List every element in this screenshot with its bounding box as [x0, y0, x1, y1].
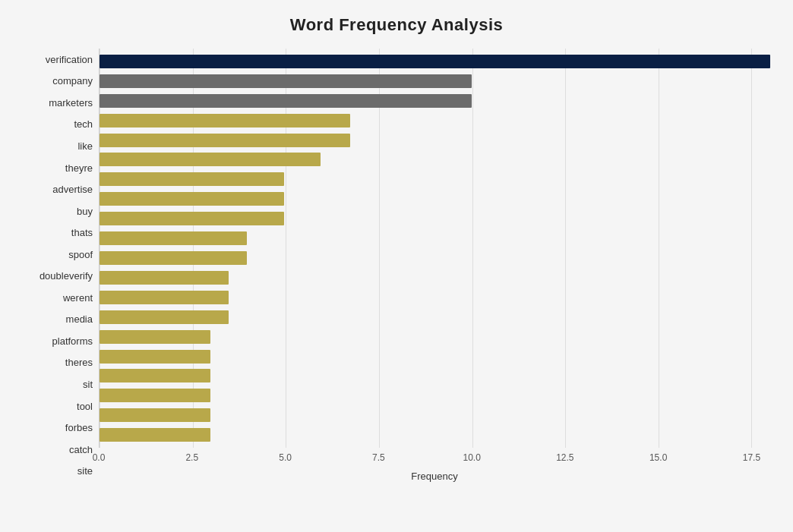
y-axis-label: buy [77, 206, 93, 216]
bar [100, 251, 247, 265]
y-axis-label: like [77, 141, 93, 151]
y-axis-label: spoof [68, 250, 93, 260]
bars-area [99, 49, 770, 448]
bar-row [100, 111, 770, 131]
y-axis-label: advertise [52, 184, 93, 194]
y-axis-label: werent [63, 293, 93, 303]
bar [100, 153, 321, 166]
bar-row [100, 425, 770, 445]
bar [100, 408, 210, 422]
bar [100, 271, 229, 285]
bar-row [100, 150, 770, 170]
bar-row [100, 131, 770, 150]
y-axis-label: sit [83, 379, 93, 389]
bar [100, 369, 210, 382]
y-axis-label: doubleverify [39, 271, 93, 281]
chart-area: verificationcompanymarketerstechlikethey… [23, 49, 770, 482]
bar-row [100, 91, 770, 111]
bar [100, 350, 210, 364]
bars-and-axes: 0.02.55.07.510.012.515.017.5 Frequency [99, 49, 770, 482]
bar [100, 330, 210, 344]
bar [100, 192, 284, 206]
bar [100, 212, 284, 225]
y-axis-label: verification [46, 55, 93, 65]
x-tick-label: 5.0 [279, 452, 292, 463]
y-axis-label: theres [65, 357, 93, 367]
bar [100, 55, 770, 68]
bar [100, 114, 350, 127]
bar [100, 428, 210, 442]
bar-row [100, 228, 770, 248]
y-axis-label: media [66, 314, 93, 324]
bar-row [100, 71, 770, 91]
chart-container: Word Frequency Analysis verificationcomp… [0, 0, 793, 532]
y-axis-label: tech [74, 119, 93, 129]
bar [100, 389, 210, 402]
bar-row [100, 209, 770, 228]
bar-row [100, 347, 770, 367]
y-axis-label: platforms [52, 336, 93, 346]
bar-row [100, 405, 770, 425]
bar-row [100, 367, 770, 386]
bar-row [100, 288, 770, 307]
x-tick-label: 10.0 [463, 452, 480, 463]
y-axis-label: catch [69, 445, 93, 455]
y-axis-label: tool [77, 401, 93, 411]
y-axis-label: site [77, 466, 93, 476]
bar-row [100, 327, 770, 347]
y-axis-label: company [52, 76, 93, 86]
x-tick-label: 15.0 [649, 452, 667, 463]
bar-row [100, 248, 770, 268]
x-axis-labels: 0.02.55.07.510.012.515.017.5 [99, 452, 770, 467]
bar [100, 231, 247, 245]
x-tick-label: 0.0 [93, 452, 106, 463]
bar [100, 134, 350, 147]
x-tick-label: 17.5 [743, 452, 760, 463]
bar [100, 310, 229, 324]
bar [100, 74, 472, 88]
x-tick-label: 12.5 [556, 452, 573, 463]
bar-row [100, 189, 770, 209]
y-axis-label: forbes [65, 423, 93, 433]
x-tick-label: 2.5 [185, 452, 198, 463]
y-axis-label: marketers [49, 98, 93, 108]
bar-row [100, 386, 770, 405]
bar [100, 94, 472, 108]
x-tick-label: 7.5 [372, 452, 385, 463]
bars-inner [100, 49, 770, 448]
bar [100, 172, 284, 186]
y-axis-label: thats [71, 228, 93, 238]
bar-row [100, 307, 770, 327]
y-labels: verificationcompanymarketerstechlikethey… [23, 49, 99, 482]
chart-title: Word Frequency Analysis [23, 15, 770, 35]
bar-row [100, 52, 770, 71]
x-axis-title: Frequency [99, 471, 770, 482]
bar-row [100, 268, 770, 288]
y-axis-label: theyre [65, 163, 93, 173]
bar-row [100, 169, 770, 189]
bar [100, 291, 229, 304]
